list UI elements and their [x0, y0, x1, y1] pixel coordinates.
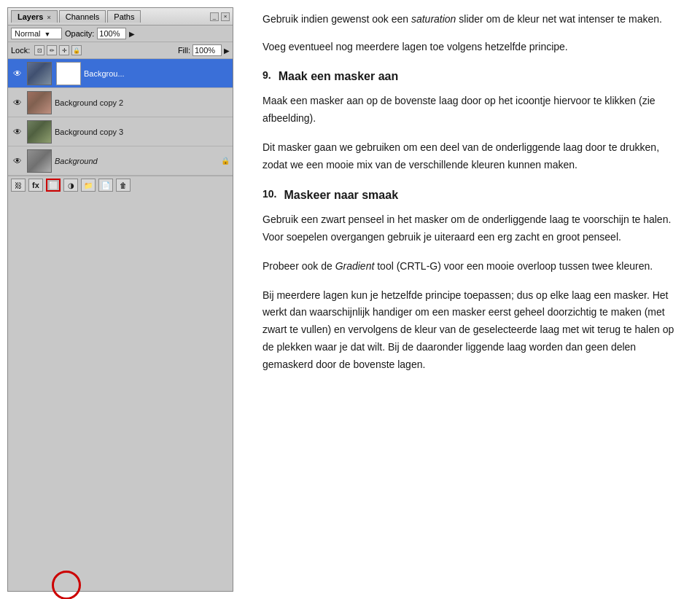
opacity-input[interactable]: 100% — [97, 28, 126, 39]
section-9-header: 9. Maak een masker aan — [262, 67, 685, 86]
panel-window-controls: _ × — [210, 12, 230, 21]
layer-name: Backgrou... — [84, 69, 230, 78]
fill-value: 100% — [195, 46, 215, 55]
mode-opacity-row: Normal ▼ Opacity: 100% ▶ — [8, 26, 233, 42]
layer-style-button[interactable]: fx — [28, 179, 43, 192]
content-area: Gebruik indien gewenst ook een saturatio… — [248, 0, 700, 599]
intro-italic-text: saturation — [411, 13, 456, 25]
panel-tabs: Layers × Channels Paths — [11, 10, 141, 23]
lock-transparent-icon[interactable]: ⊡ — [34, 45, 44, 55]
layer-row[interactable]: 👁 Background copy 2 — [8, 88, 233, 117]
section-10-number: 10. — [262, 186, 276, 202]
layer-thumbnail — [27, 91, 52, 114]
fill-section: Fill: 100% ▶ — [178, 44, 230, 56]
new-layer-button[interactable]: 📄 — [98, 179, 113, 192]
blend-mode-label: Normal — [15, 29, 40, 38]
panel-close-button[interactable]: × — [221, 12, 230, 21]
fill-slider-arrow[interactable]: ▶ — [224, 47, 230, 55]
layer-row[interactable]: 👁 Backgrou... — [8, 59, 233, 88]
section-10-body1: Gebruik een zwart penseel in het masker … — [262, 211, 685, 246]
delete-layer-button[interactable]: 🗑 — [116, 179, 131, 192]
layers-list: 👁 Backgrou... 👁 Background copy 2 👁 Back… — [8, 59, 233, 176]
blend-mode-arrow: ▼ — [44, 31, 51, 38]
layer-lock-icon: 🔒 — [221, 156, 230, 166]
tab-channels[interactable]: Channels — [59, 10, 106, 23]
circle-highlight — [52, 571, 81, 599]
add-mask-button[interactable]: ⬜ — [46, 179, 61, 192]
visibility-icon[interactable]: 👁 — [11, 96, 24, 109]
section-10-body3: Bij meerdere lagen kun je hetzelfde prin… — [262, 287, 685, 374]
visibility-icon[interactable]: 👁 — [11, 125, 24, 138]
section-10-body2: Probeer ook de Gradient tool (CRTL-G) vo… — [262, 258, 685, 275]
section-9-title: Maak een masker aan — [279, 67, 399, 86]
lock-label: Lock: — [11, 46, 30, 55]
opacity-label: Opacity: — [65, 29, 94, 38]
layer-name: Background copy 3 — [55, 128, 230, 136]
section-9-body1: Maak een masker aan op de bovenste laag … — [262, 93, 685, 128]
layer-row[interactable]: 👁 Background copy 3 — [8, 117, 233, 146]
adjustment-layer-button[interactable]: ◑ — [63, 179, 78, 192]
tab-layers[interactable]: Layers × — [11, 10, 58, 23]
tab-layers-label: Layers — [18, 12, 43, 21]
photoshop-layers-panel: Layers × Channels Paths _ × Normal ▼ Opa… — [7, 7, 233, 592]
tab-layers-close[interactable]: × — [47, 14, 51, 21]
tab-channels-label: Channels — [66, 12, 99, 21]
visibility-icon[interactable]: 👁 — [11, 67, 24, 80]
lock-position-icon[interactable]: ✛ — [59, 45, 69, 55]
section-10-text-2a: Probeer ook de — [262, 260, 335, 272]
intro-text-1b: slider om de kleur net wat intenser te m… — [456, 13, 661, 25]
layer-thumbnail — [27, 149, 52, 173]
tab-paths-label: Paths — [114, 12, 134, 21]
opacity-value: 100% — [99, 29, 120, 38]
section-10-header: 10. Maskeer naar smaak — [262, 186, 685, 205]
section-9-body2: Dit masker gaan we gebruiken om een deel… — [262, 139, 685, 174]
intro-text-1: Gebruik indien gewenst ook een — [262, 13, 411, 25]
lock-icons: ⊡ ✏ ✛ 🔒 — [34, 45, 82, 55]
section-10-title: Maskeer naar smaak — [284, 186, 398, 205]
section-10-italic: Gradient — [335, 260, 375, 272]
blend-mode-dropdown[interactable]: Normal ▼ — [11, 28, 62, 39]
layer-mask-thumbnail — [56, 62, 81, 85]
layer-row[interactable]: 👁 Background 🔒 — [8, 146, 233, 176]
panel-bottom-toolbar: ⛓ fx ⬜ ◑ 📁 📄 🗑 — [8, 176, 233, 194]
fill-input[interactable]: 100% — [192, 44, 222, 56]
intro-paragraph-1: Gebruik indien gewenst ook een saturatio… — [262, 11, 685, 27]
visibility-icon[interactable]: 👁 — [11, 154, 24, 168]
panel-title-bar: Layers × Channels Paths _ × — [8, 8, 233, 26]
layer-thumbnail — [27, 62, 52, 85]
section-10-text-2b: tool (CRTL-G) voor een mooie overloop tu… — [374, 260, 653, 272]
layer-name: Background copy 2 — [55, 98, 230, 107]
section-9-number: 9. — [262, 67, 271, 83]
intro-paragraph-2: Voeg eventueel nog meerdere lagen toe vo… — [262, 39, 685, 55]
panel-minimize-button[interactable]: _ — [210, 12, 219, 21]
lock-all-icon[interactable]: 🔒 — [71, 45, 82, 55]
layer-name: Background — [55, 157, 218, 165]
lock-image-icon[interactable]: ✏ — [47, 45, 57, 55]
layer-thumbnail — [27, 120, 52, 144]
link-layers-button[interactable]: ⛓ — [11, 179, 26, 192]
fill-label: Fill: — [178, 46, 190, 55]
lock-fill-row: Lock: ⊡ ✏ ✛ 🔒 Fill: 100% ▶ — [8, 42, 233, 59]
opacity-slider-arrow[interactable]: ▶ — [129, 30, 135, 38]
new-group-button[interactable]: 📁 — [81, 179, 96, 192]
tab-paths[interactable]: Paths — [107, 10, 141, 23]
